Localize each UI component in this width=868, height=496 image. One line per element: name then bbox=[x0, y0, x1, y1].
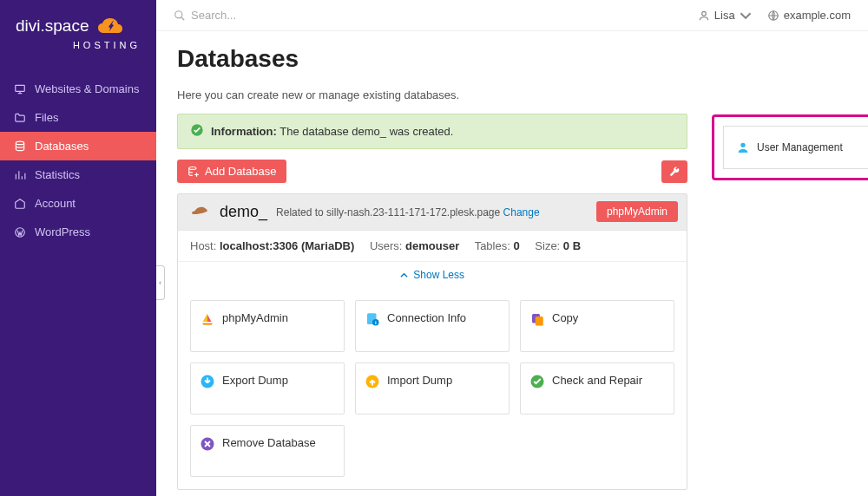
tile-label: Export Dump bbox=[222, 374, 288, 387]
chart-icon bbox=[14, 169, 26, 181]
db-header: demo_ Related to silly-nash.23-111-171-1… bbox=[178, 194, 687, 230]
toolbar: Add Database bbox=[177, 160, 687, 183]
user-management-button[interactable]: User Management bbox=[723, 126, 868, 169]
check-circle-icon bbox=[529, 374, 545, 389]
tile-remove-database[interactable]: Remove Database bbox=[190, 425, 345, 477]
tile-export-dump[interactable]: Export Dump bbox=[190, 362, 345, 414]
db-related: Related to silly-nash.23-111-171-172.ple… bbox=[276, 206, 540, 219]
logo: divi.space HOSTING bbox=[0, 0, 156, 75]
db-name: demo_ bbox=[220, 203, 267, 221]
db-related-prefix: Related to bbox=[276, 206, 326, 219]
show-less-toggle[interactable]: Show Less bbox=[178, 261, 687, 288]
copy-icon bbox=[529, 311, 545, 327]
sailboat-icon bbox=[200, 311, 215, 327]
content: Databases Here you can create new or man… bbox=[156, 31, 868, 496]
show-less-label: Show Less bbox=[413, 269, 464, 281]
sidebar-item-label: Databases bbox=[35, 140, 89, 153]
tile-label: Copy bbox=[552, 311, 578, 324]
search-input[interactable]: Search... bbox=[174, 9, 698, 22]
svg-point-11 bbox=[701, 11, 706, 16]
db-meta: Host: localhost:3306 (MariaDB) Users: de… bbox=[178, 230, 687, 261]
db-related-site: silly-nash.23-111-171-172.plesk.page bbox=[326, 206, 500, 219]
tiles: phpMyAdmin i Connection Info Copy Export… bbox=[178, 288, 687, 489]
brand-sub: HOSTING bbox=[16, 41, 141, 50]
search-icon bbox=[174, 10, 186, 22]
tables-value: 0 bbox=[513, 239, 519, 252]
tile-copy[interactable]: Copy bbox=[520, 300, 674, 352]
sidebar-item-label: Websites & Domains bbox=[35, 82, 139, 95]
svg-point-3 bbox=[16, 141, 23, 145]
export-icon bbox=[200, 374, 215, 389]
tile-check-repair[interactable]: Check and Repair bbox=[520, 362, 674, 414]
chevron-up-icon bbox=[400, 271, 408, 279]
sidebar-item-account[interactable]: Account bbox=[0, 189, 156, 218]
database-plus-icon bbox=[187, 166, 200, 178]
monitor-icon bbox=[14, 83, 26, 95]
size-label: Size: bbox=[535, 239, 560, 252]
account-icon bbox=[14, 198, 26, 210]
logo-cloud-icon bbox=[97, 17, 123, 39]
size-value: 0 B bbox=[563, 239, 581, 252]
seal-icon bbox=[190, 204, 211, 220]
tile-label: Import Dump bbox=[387, 374, 452, 387]
page-title: Databases bbox=[177, 45, 847, 73]
tile-import-dump[interactable]: Import Dump bbox=[355, 362, 510, 414]
user-icon bbox=[736, 140, 750, 154]
sidebar-item-label: Files bbox=[35, 111, 58, 124]
database-icon bbox=[14, 140, 26, 153]
remove-icon bbox=[200, 436, 215, 452]
sidebar-item-wordpress[interactable]: WordPress bbox=[0, 218, 156, 246]
folder-icon bbox=[14, 112, 26, 124]
main: Search... Lisa example.com Databases Her… bbox=[156, 0, 868, 496]
database-card: demo_ Related to silly-nash.23-111-171-1… bbox=[177, 193, 687, 490]
tile-label: Remove Database bbox=[222, 436, 316, 449]
wordpress-icon bbox=[14, 226, 26, 238]
brand-top: divi.space bbox=[16, 16, 89, 35]
chevron-down-icon bbox=[740, 10, 752, 22]
host-label: Host: bbox=[190, 239, 216, 252]
phpmyadmin-button[interactable]: phpMyAdmin bbox=[596, 201, 678, 222]
svg-line-10 bbox=[181, 16, 185, 20]
svg-rect-0 bbox=[16, 85, 25, 91]
user-management-label: User Management bbox=[757, 141, 843, 153]
page-info-icon: i bbox=[365, 311, 380, 327]
info-text: The database demo_ was created. bbox=[279, 125, 453, 138]
import-icon bbox=[365, 374, 380, 389]
svg-point-9 bbox=[175, 10, 182, 17]
check-icon bbox=[190, 123, 204, 140]
host-value: localhost:3306 (MariaDB) bbox=[220, 239, 354, 252]
sidebar: divi.space HOSTING Websites & Domains Fi… bbox=[0, 0, 156, 496]
user-icon bbox=[698, 10, 710, 22]
wrench-icon bbox=[668, 166, 681, 178]
info-label: Information: bbox=[211, 125, 277, 138]
globe-icon bbox=[767, 10, 779, 22]
sidebar-item-files[interactable]: Files bbox=[0, 103, 156, 132]
users-value: demouser bbox=[405, 239, 459, 252]
tables-label: Tables: bbox=[475, 239, 510, 252]
svg-rect-21 bbox=[536, 317, 543, 326]
add-database-button[interactable]: Add Database bbox=[177, 160, 286, 183]
add-database-label: Add Database bbox=[205, 165, 276, 178]
topbar: Search... Lisa example.com bbox=[156, 0, 868, 31]
svg-point-14 bbox=[189, 166, 196, 169]
sidebar-item-label: Statistics bbox=[35, 168, 80, 181]
tile-phpmyadmin[interactable]: phpMyAdmin bbox=[190, 300, 345, 352]
tile-label: phpMyAdmin bbox=[222, 311, 288, 324]
sidebar-item-label: WordPress bbox=[35, 225, 90, 238]
user-management-highlight: User Management bbox=[712, 114, 868, 180]
db-change-link[interactable]: Change bbox=[503, 206, 540, 219]
sidebar-item-databases[interactable]: Databases bbox=[0, 132, 156, 160]
page-intro: Here you can create new or manage existi… bbox=[177, 88, 847, 101]
svg-point-26 bbox=[740, 143, 745, 147]
tile-label: Connection Info bbox=[387, 311, 466, 324]
tile-label: Check and Repair bbox=[552, 374, 642, 387]
user-name: Lisa bbox=[714, 9, 735, 22]
user-menu[interactable]: Lisa bbox=[698, 9, 752, 22]
tools-button[interactable] bbox=[661, 160, 687, 183]
sidebar-item-statistics[interactable]: Statistics bbox=[0, 160, 156, 189]
domain-text: example.com bbox=[784, 9, 851, 22]
domain-link[interactable]: example.com bbox=[767, 9, 851, 22]
users-label: Users: bbox=[370, 239, 403, 252]
tile-connection-info[interactable]: i Connection Info bbox=[355, 300, 510, 352]
sidebar-item-websites[interactable]: Websites & Domains bbox=[0, 75, 156, 103]
